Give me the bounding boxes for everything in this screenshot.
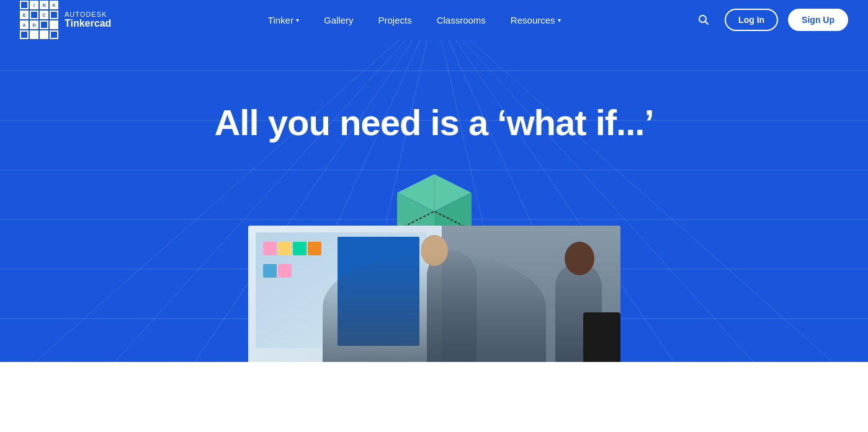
nav-classrooms[interactable]: Classrooms [424, 0, 498, 40]
svg-line-1 [705, 22, 709, 25]
nav-gallery[interactable]: Gallery [311, 0, 366, 40]
nav-projects[interactable]: Projects [365, 0, 424, 40]
student-left-silhouette [427, 250, 477, 362]
sticky-blue-1 [263, 264, 277, 278]
sticky-green-1 [293, 242, 306, 255]
search-button[interactable] [692, 9, 715, 31]
search-icon [697, 14, 710, 26]
bottom-section [0, 362, 868, 424]
tinker-chevron-icon: ▾ [296, 17, 299, 24]
3d-printer [583, 312, 620, 362]
resources-chevron-icon: ▾ [558, 17, 561, 24]
student-left-head [421, 235, 448, 266]
autodesk-label: AUTODESK [65, 11, 111, 18]
classroom-image [248, 226, 620, 362]
login-button[interactable]: Log In [725, 9, 778, 31]
sticky-orange-1 [308, 242, 321, 255]
nav-resources[interactable]: Resources ▾ [498, 0, 573, 40]
navbar-actions: Log In Sign Up [692, 9, 848, 31]
tinkercad-label: Tinkercad [65, 18, 111, 29]
sticky-pink-1 [263, 242, 277, 255]
navbar: T I N K E R C A D AUTODESK Tinkercad [0, 0, 868, 40]
logo-link[interactable]: T I N K E R C A D AUTODESK Tinkercad [20, 1, 111, 39]
signup-button[interactable]: Sign Up [788, 9, 848, 31]
logo-text: AUTODESK Tinkercad [65, 11, 111, 29]
classroom-photo-card [248, 226, 620, 362]
logo-grid: T I N K E R C A D [20, 1, 58, 39]
student-right-head [565, 242, 594, 275]
sticky-yellow-1 [278, 242, 292, 255]
hero-section: All you need is a ‘what if...’ [0, 40, 868, 362]
blue-board [338, 237, 419, 346]
hero-title: All you need is a ‘what if...’ [214, 102, 653, 143]
nav-links: Tinker ▾ Gallery Projects Classrooms Res… [136, 0, 692, 40]
sticky-pink-2 [278, 264, 292, 278]
nav-tinker[interactable]: Tinker ▾ [256, 0, 311, 40]
